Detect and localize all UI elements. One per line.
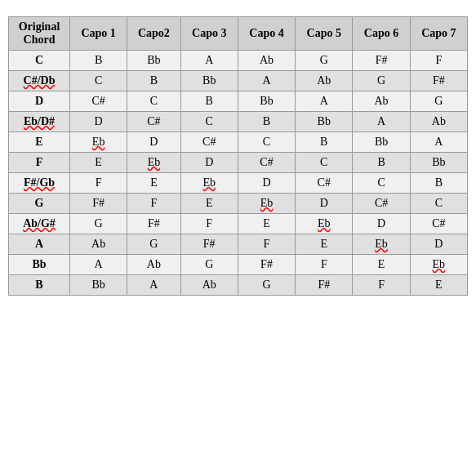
chord-name: G	[9, 194, 70, 214]
chord-value: F#	[296, 275, 353, 296]
chord-value: F	[70, 173, 127, 194]
chord-value: F	[127, 194, 180, 214]
chord-value: Ab	[70, 234, 127, 255]
chord-value: C	[353, 173, 410, 194]
column-header-0: Original Chord	[9, 17, 70, 51]
chord-value: A	[127, 275, 180, 296]
chord-value: Ab	[353, 91, 410, 112]
chord-value: G	[127, 234, 180, 255]
column-header-4: Capo 4	[238, 17, 295, 51]
chord-value: C	[180, 112, 238, 132]
column-header-5: Capo 5	[296, 17, 353, 51]
table-row: F#/GbFEEbDC#CB	[9, 173, 468, 194]
chord-value: F	[180, 214, 238, 234]
chord-value: Bb	[296, 112, 353, 132]
chord-value: Bb	[410, 153, 467, 173]
chord-value: B	[180, 91, 238, 112]
chord-value: C#	[353, 194, 410, 214]
chord-value: A	[296, 91, 353, 112]
chord-value: G	[410, 91, 467, 112]
chord-value: E	[296, 234, 353, 255]
chord-value: D	[296, 194, 353, 214]
chord-value: C	[410, 194, 467, 214]
chord-value: E	[70, 153, 127, 173]
chord-value: C	[70, 71, 127, 91]
chord-value: Bb	[127, 51, 180, 71]
chord-value: F#	[70, 194, 127, 214]
chord-value: F#	[353, 51, 410, 71]
chord-value: Eb	[180, 173, 238, 194]
chord-value: Eb	[410, 255, 467, 275]
chord-value: D	[410, 234, 467, 255]
chord-value: G	[353, 71, 410, 91]
chord-name: C	[9, 51, 70, 71]
chord-value: G	[180, 255, 238, 275]
chord-value: B	[238, 112, 295, 132]
chord-value: B	[353, 153, 410, 173]
chord-value: E	[127, 173, 180, 194]
chord-value: Ab	[127, 255, 180, 275]
column-header-6: Capo 6	[353, 17, 410, 51]
chord-value: Eb	[296, 214, 353, 234]
table-row: Ab/G#GF#FEEbDC#	[9, 214, 468, 234]
table-row: CBBbAAbGF#F	[9, 51, 468, 71]
chord-value: Bb	[70, 275, 127, 296]
chord-value: E	[353, 255, 410, 275]
table-row: Eb/D#DC#CBBbAAb	[9, 112, 468, 132]
column-header-3: Capo 3	[180, 17, 238, 51]
chord-value: Eb	[70, 132, 127, 153]
chord-value: C#	[410, 214, 467, 234]
chord-name: D	[9, 91, 70, 112]
chord-name: E	[9, 132, 70, 153]
chord-value: C#	[296, 173, 353, 194]
chord-value: D	[353, 214, 410, 234]
chord-value: F#	[127, 214, 180, 234]
chord-value: C#	[238, 153, 295, 173]
chord-value: B	[296, 132, 353, 153]
chord-value: E	[180, 194, 238, 214]
chord-value: G	[296, 51, 353, 71]
chord-value: A	[353, 112, 410, 132]
column-header-7: Capo 7	[410, 17, 467, 51]
chord-value: F	[238, 234, 295, 255]
chord-name: Bb	[9, 255, 70, 275]
transposition-table: Original ChordCapo 1Capo2Capo 3Capo 4Cap…	[8, 16, 468, 296]
table-row: C#/DbCBBbAAbGF#	[9, 71, 468, 91]
chord-value: C	[127, 91, 180, 112]
table-row: AAbGF#FEEbD	[9, 234, 468, 255]
chord-value: C	[296, 153, 353, 173]
chord-name: A	[9, 234, 70, 255]
chord-value: Ab	[180, 275, 238, 296]
chord-value: G	[238, 275, 295, 296]
chord-value: Bb	[180, 71, 238, 91]
chord-value: D	[238, 173, 295, 194]
column-header-2: Capo2	[127, 17, 180, 51]
chord-value: F#	[238, 255, 295, 275]
chord-value: D	[127, 132, 180, 153]
column-header-1: Capo 1	[70, 17, 127, 51]
chord-value: Eb	[127, 153, 180, 173]
chord-value: Eb	[238, 194, 295, 214]
chord-value: B	[70, 51, 127, 71]
chord-name: F	[9, 153, 70, 173]
chord-value: G	[70, 214, 127, 234]
chord-name: Eb/D#	[9, 112, 70, 132]
chord-value: C#	[127, 112, 180, 132]
table-row: DC#CBBbAAbG	[9, 91, 468, 112]
chord-name: Ab/G#	[9, 214, 70, 234]
table-row: FEEbDC#CBBb	[9, 153, 468, 173]
chord-value: A	[410, 132, 467, 153]
chord-name: B	[9, 275, 70, 296]
chord-name: F#/Gb	[9, 173, 70, 194]
chord-value: E	[238, 214, 295, 234]
chord-value: F	[296, 255, 353, 275]
table-row: EEbDC#CBBbA	[9, 132, 468, 153]
chord-value: C#	[70, 91, 127, 112]
chord-value: F#	[410, 71, 467, 91]
chord-value: Ab	[238, 51, 295, 71]
chord-value: F#	[180, 234, 238, 255]
chord-value: B	[127, 71, 180, 91]
chord-value: D	[70, 112, 127, 132]
chord-value: Ab	[410, 112, 467, 132]
chord-value: A	[180, 51, 238, 71]
